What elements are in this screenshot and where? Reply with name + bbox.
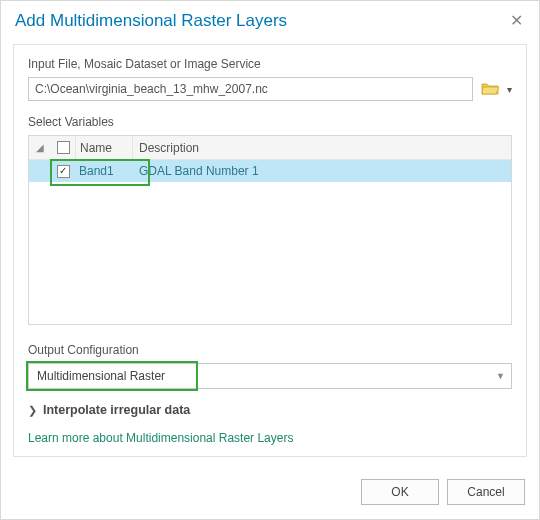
learn-more-link[interactable]: Learn more about Multidimensional Raster… — [28, 431, 512, 445]
body-spacer — [28, 445, 512, 446]
variables-table: ◢ Name Description Band1 GDAL Band Numbe… — [28, 135, 512, 325]
ok-button[interactable]: OK — [361, 479, 439, 505]
collapse-all-icon[interactable]: ◢ — [29, 142, 51, 153]
chevron-right-icon: ❯ — [28, 404, 37, 417]
row-name: Band1 — [75, 164, 133, 178]
column-header-name[interactable]: Name — [75, 136, 133, 159]
output-config-select[interactable]: Multidimensional Raster ▼ — [28, 363, 512, 389]
input-file-field[interactable] — [28, 77, 473, 101]
column-header-description[interactable]: Description — [133, 141, 511, 155]
select-variables-label: Select Variables — [28, 115, 512, 129]
select-all-checkbox-cell — [51, 141, 75, 154]
cancel-button[interactable]: Cancel — [447, 479, 525, 505]
output-config-label: Output Configuration — [28, 343, 512, 357]
variables-header-row: ◢ Name Description — [29, 136, 511, 160]
interpolate-section-toggle[interactable]: ❯ Interpolate irregular data — [28, 403, 512, 417]
interpolate-label: Interpolate irregular data — [43, 403, 190, 417]
chevron-down-icon: ▼ — [496, 371, 505, 381]
dialog-title: Add Multidimensional Raster Layers — [15, 11, 506, 31]
close-icon[interactable]: ✕ — [506, 9, 527, 32]
row-checkbox-cell — [51, 165, 75, 178]
dialog-add-multidimensional-raster-layers: Add Multidimensional Raster Layers ✕ Inp… — [0, 0, 540, 520]
dialog-body: Input File, Mosaic Dataset or Image Serv… — [13, 44, 527, 457]
browse-dropdown-icon[interactable]: ▾ — [507, 84, 512, 95]
row-checkbox[interactable] — [57, 165, 70, 178]
browse-folder-icon[interactable] — [481, 81, 499, 97]
dialog-button-row: OK Cancel — [1, 469, 539, 519]
input-file-row: ▾ — [28, 77, 512, 101]
table-row[interactable]: Band1 GDAL Band Number 1 — [29, 160, 511, 182]
titlebar: Add Multidimensional Raster Layers ✕ — [1, 1, 539, 36]
row-description: GDAL Band Number 1 — [133, 164, 511, 178]
select-all-checkbox[interactable] — [57, 141, 70, 154]
output-config-value: Multidimensional Raster — [37, 369, 165, 383]
table-empty-area — [29, 182, 511, 324]
input-file-label: Input File, Mosaic Dataset or Image Serv… — [28, 57, 512, 71]
